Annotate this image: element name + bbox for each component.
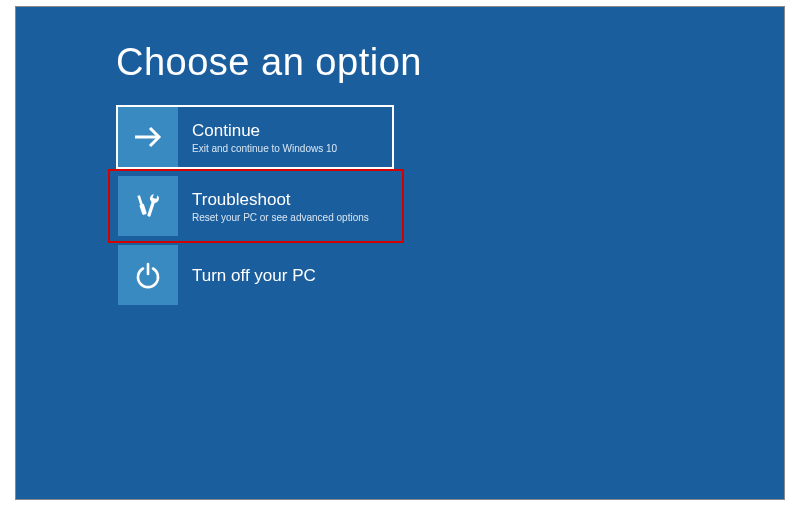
- svg-rect-3: [147, 200, 155, 217]
- troubleshoot-desc: Reset your PC or see advanced options: [192, 212, 369, 224]
- turnoff-label: Turn off your PC: [192, 266, 316, 286]
- continue-desc: Exit and continue to Windows 10: [192, 143, 337, 155]
- arrow-right-icon: [118, 107, 178, 167]
- troubleshoot-tile[interactable]: Troubleshoot Reset your PC or see advanc…: [116, 174, 394, 238]
- svg-rect-2: [139, 203, 147, 215]
- page-title: Choose an option: [116, 41, 422, 84]
- continue-text: Continue Exit and continue to Windows 10: [178, 107, 349, 167]
- troubleshoot-text: Troubleshoot Reset your PC or see advanc…: [178, 176, 381, 236]
- winre-screen: Choose an option Continue Exit and conti…: [15, 6, 785, 500]
- options-list: Continue Exit and continue to Windows 10: [116, 105, 394, 312]
- power-icon: [118, 245, 178, 305]
- svg-rect-1: [137, 195, 142, 204]
- troubleshoot-label: Troubleshoot: [192, 190, 369, 210]
- turnoff-tile[interactable]: Turn off your PC: [116, 243, 394, 307]
- turnoff-text: Turn off your PC: [178, 245, 328, 305]
- continue-tile[interactable]: Continue Exit and continue to Windows 10: [116, 105, 394, 169]
- tools-icon: [118, 176, 178, 236]
- continue-label: Continue: [192, 121, 337, 141]
